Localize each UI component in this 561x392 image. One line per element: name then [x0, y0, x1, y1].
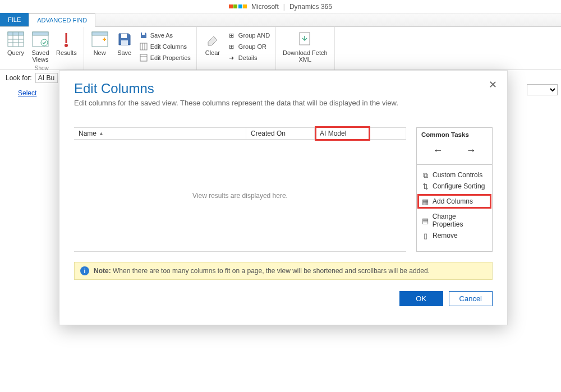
- common-tasks-title: Common Tasks: [421, 131, 488, 138]
- close-button[interactable]: ✕: [487, 80, 498, 91]
- ribbon: Query Saved Views Results Show New: [0, 27, 561, 70]
- svg-rect-13: [121, 34, 127, 38]
- info-icon: i: [80, 266, 89, 275]
- new-icon: [91, 30, 109, 48]
- columns-grid: Name ▲ Created On AI Model View results …: [74, 127, 406, 252]
- task-change-properties[interactable]: ▤Change Properties: [421, 211, 488, 230]
- use-saved-view-select[interactable]: [527, 84, 558, 95]
- app-title-bar: Microsoft | Dynamics 365: [0, 0, 561, 13]
- ribbon-new-label: New: [94, 49, 106, 56]
- ribbon-tabs: FILE ADVANCED FIND: [0, 13, 561, 27]
- save-icon: [116, 30, 134, 48]
- ribbon-save-as-button[interactable]: Save As: [137, 30, 193, 40]
- ribbon-edit-columns-button[interactable]: Edit Columns: [137, 41, 193, 52]
- ok-button[interactable]: OK: [399, 291, 443, 306]
- ribbon-edit-columns-label: Edit Columns: [150, 43, 187, 50]
- controls-icon: ⧉: [421, 171, 429, 179]
- svg-rect-15: [142, 33, 145, 35]
- column-header-created-label: Created On: [251, 130, 286, 137]
- tab-file[interactable]: FILE: [0, 13, 29, 26]
- saved-views-icon: [31, 30, 49, 48]
- grid-body-placeholder: View results are displayed here.: [74, 140, 406, 252]
- ribbon-saved-views-button[interactable]: Saved Views: [28, 29, 53, 64]
- tab-advanced-find[interactable]: ADVANCED FIND: [29, 13, 95, 27]
- task-configure-sorting[interactable]: ⇅Configure Sorting: [421, 181, 488, 192]
- edit-columns-dialog: ✕ Edit Columns Edit columns for the save…: [59, 70, 508, 325]
- ribbon-query-button[interactable]: Query: [3, 29, 28, 64]
- sorting-icon: ⇅: [421, 182, 429, 190]
- details-icon: ➜: [227, 53, 236, 62]
- group-and-icon: ⊞: [227, 31, 236, 40]
- ribbon-clear-button[interactable]: Clear: [200, 29, 225, 57]
- title-separator: |: [283, 3, 285, 11]
- eraser-icon: [204, 30, 222, 48]
- ribbon-edit-properties-label: Edit Properties: [150, 54, 191, 61]
- add-columns-icon: ▦: [421, 197, 429, 205]
- ribbon-save-label: Save: [117, 49, 131, 56]
- ribbon-group-and-label: Group AND: [238, 32, 270, 39]
- task-add-columns-label: Add Columns: [433, 197, 473, 205]
- save-as-icon: [139, 31, 148, 40]
- brand-label: Microsoft: [251, 3, 279, 11]
- svg-rect-16: [140, 43, 147, 50]
- microsoft-logo-icon: [229, 4, 237, 8]
- dialog-footer: OK Cancel: [74, 291, 493, 306]
- ribbon-download-fetch-button[interactable]: Download Fetch XML: [279, 29, 331, 64]
- ribbon-save-button[interactable]: Save: [112, 29, 137, 57]
- ribbon-group-or-button[interactable]: ⊞Group OR: [225, 41, 272, 52]
- group-or-icon: ⊞: [227, 42, 236, 51]
- ribbon-results-label: Results: [56, 49, 77, 56]
- task-remove-label: Remove: [433, 232, 458, 239]
- task-custom-controls-label: Custom Controls: [433, 171, 482, 179]
- select-link[interactable]: Select: [18, 89, 36, 97]
- note-body: When there are too many columns to fit o…: [113, 267, 430, 275]
- column-header-ai-model-label: AI Model: [320, 130, 346, 137]
- look-for-label: Look for:: [6, 74, 32, 82]
- remove-icon: ▯: [421, 232, 429, 239]
- svg-rect-12: [92, 32, 108, 35]
- ribbon-details-label: Details: [238, 54, 257, 61]
- ribbon-saved-views-label: Saved Views: [31, 49, 49, 63]
- download-xml-icon: [296, 30, 314, 48]
- cancel-button[interactable]: Cancel: [449, 291, 493, 306]
- grid-header: Name ▲ Created On AI Model: [74, 127, 406, 140]
- ribbon-save-as-label: Save As: [150, 32, 173, 39]
- ribbon-group-and-button[interactable]: ⊞Group AND: [225, 30, 272, 40]
- note-text: Note: When there are too many columns to…: [94, 267, 430, 275]
- svg-rect-1: [8, 32, 24, 35]
- properties-icon: ▤: [421, 216, 429, 224]
- common-tasks-panel: Common Tasks ← → ⧉Custom Controls ⇅Confi…: [416, 127, 493, 252]
- column-header-name[interactable]: Name ▲: [74, 128, 246, 139]
- task-configure-sorting-label: Configure Sorting: [433, 182, 485, 190]
- svg-rect-19: [140, 54, 147, 61]
- move-left-button[interactable]: ←: [433, 145, 443, 156]
- ribbon-clear-label: Clear: [205, 49, 220, 56]
- tasks-separator: [417, 164, 492, 165]
- edit-properties-icon: [139, 53, 148, 62]
- note-bar: i Note: When there are too many columns …: [74, 262, 493, 280]
- note-label: Note:: [94, 267, 111, 275]
- dialog-subtitle: Edit columns for the saved view. These c…: [74, 99, 493, 107]
- column-header-name-label: Name: [79, 130, 96, 137]
- task-add-columns[interactable]: ▦Add Columns: [417, 194, 491, 209]
- task-custom-controls[interactable]: ⧉Custom Controls: [421, 169, 488, 181]
- grid-placeholder-text: View results are displayed here.: [192, 192, 288, 200]
- column-header-ai-model[interactable]: AI Model: [315, 126, 370, 141]
- look-for-value[interactable]: AI Bu: [35, 73, 58, 83]
- move-right-button[interactable]: →: [466, 145, 476, 156]
- ribbon-results-button[interactable]: Results: [53, 29, 80, 64]
- table-icon: [7, 30, 25, 48]
- ribbon-group-show-caption: Show: [35, 64, 49, 72]
- product-label: Dynamics 365: [289, 3, 332, 11]
- task-remove[interactable]: ▯Remove: [421, 230, 488, 241]
- microsoft-logo-icon-b: [238, 4, 247, 8]
- results-icon: [57, 30, 75, 48]
- ribbon-edit-properties-button[interactable]: Edit Properties: [137, 53, 193, 63]
- ribbon-details-button[interactable]: ➜Details: [225, 53, 272, 63]
- column-header-created-on[interactable]: Created On: [246, 128, 315, 139]
- ribbon-query-label: Query: [7, 49, 24, 56]
- svg-rect-7: [33, 32, 48, 35]
- ribbon-download-fetch-label: Download Fetch XML: [283, 49, 328, 63]
- dialog-title: Edit Columns: [74, 81, 493, 96]
- ribbon-new-button[interactable]: New: [88, 29, 112, 57]
